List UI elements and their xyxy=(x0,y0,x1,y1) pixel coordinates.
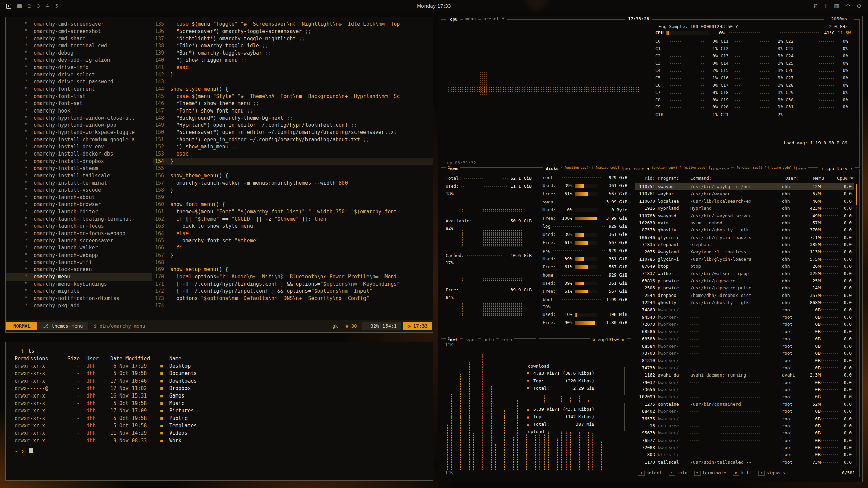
workspace-app-icon[interactable] xyxy=(17,4,22,8)
directory-name[interactable]: Documents xyxy=(169,370,197,377)
file-explorer[interactable]: *omarchy-cmd-screensaver*omarchy-cmd-scr… xyxy=(6,21,152,319)
workspace-2[interactable]: 2 xyxy=(28,3,31,9)
process-row[interactable]: 87649btopbtopdhh26M0.0 xyxy=(635,263,854,270)
network-arrows-icon[interactable]: ⇵ xyxy=(813,3,818,9)
col-memory[interactable]: MemB xyxy=(805,174,824,182)
file-list-item[interactable]: *omarchy-install-steam xyxy=(6,165,152,172)
process-row[interactable]: 63816pipewire/usr/bin/pipewiredhh25M0.0 xyxy=(635,277,854,284)
file-list-item[interactable]: *omarchy-font-set xyxy=(6,100,152,107)
file-list-item[interactable]: *omarchy-cmd-terminal-cwd xyxy=(6,42,152,49)
tab-tree[interactable]: function sup() { [native code] }tree xyxy=(734,166,808,171)
tab-sync[interactable]: sync xyxy=(463,337,478,342)
system-tray[interactable]: ⇵ᛒ▥◠⊙ xyxy=(726,3,868,9)
file-list-item[interactable]: *omarchy-install-tailscale xyxy=(6,172,152,179)
file-list-item[interactable]: *omarchy-debug xyxy=(6,49,152,57)
file-list-item[interactable]: *omarchy-launch-browser xyxy=(6,201,152,208)
process-row[interactable]: 68583kworker/root0B0.0 xyxy=(635,335,854,342)
process-row[interactable]: 102099kworker/root0B0.0 xyxy=(635,393,854,400)
process-row[interactable]: 12244ghostty/usr/bin/ghostty --gtk-dhh86… xyxy=(635,299,854,306)
neovim-window[interactable]: *omarchy-cmd-screensaver*omarchy-cmd-scr… xyxy=(5,17,433,333)
process-row[interactable]: 73703kworker/root0B0.0 xyxy=(635,350,854,357)
process-row[interactable]: 81310kworker/root0B0.0 xyxy=(635,357,854,364)
col-program[interactable]: Program: xyxy=(658,174,690,182)
network-panel-tabs[interactable]: 3netsyncautozero xyxy=(446,337,514,342)
process-row[interactable]: 110761waybar/usr/bin/waybardhh67M0.0 xyxy=(635,190,854,197)
col-cpu[interactable]: Cpu% ⏷ xyxy=(824,174,856,182)
file-list-item[interactable]: *omarchy-drive-select xyxy=(6,71,152,78)
wifi-icon[interactable]: ◠ xyxy=(846,3,850,9)
tab-menu[interactable]: menu xyxy=(463,16,478,22)
file-list-item[interactable]: *omarchy-launch-floating-terminal- xyxy=(6,216,152,223)
process-table-header[interactable]: Pid: Program: Command: User: MemB Cpu% ⏷ xyxy=(634,174,859,182)
directory-name[interactable]: Music xyxy=(169,400,184,407)
tab-per-core[interactable]: function sup() { [native code] }per-core xyxy=(562,166,647,171)
file-list-item[interactable]: *omarchy-lock-screen xyxy=(6,266,152,273)
process-scrollbar[interactable] xyxy=(856,184,857,466)
file-list-item[interactable]: *omarchy-launch-screensaver xyxy=(6,237,152,244)
directory-name[interactable]: Downloads xyxy=(169,377,197,385)
process-row[interactable]: 1275containe/usr/bin/containerdroot52M0.… xyxy=(635,401,854,408)
footer-action-info[interactable]: iinfo xyxy=(669,470,688,475)
file-list-item[interactable]: *omarchy-drive-info xyxy=(6,64,152,71)
terminal-window[interactable]: ~ ❯ ls PermissionsSizeUserDate ModifiedN… xyxy=(5,342,433,481)
tab-preset-[interactable]: preset * xyxy=(481,16,507,22)
process-row[interactable]: 72088kworker/root0B0.0 xyxy=(635,444,854,451)
workspace-switcher[interactable]: 2345 xyxy=(0,3,142,9)
tab-disks[interactable]: disks xyxy=(543,166,561,171)
file-list-item[interactable]: *omarchy-launch-or-focus xyxy=(6,223,152,230)
col-user[interactable]: User: xyxy=(785,174,805,182)
tab-mem[interactable]: 2mem xyxy=(446,166,460,171)
file-list-item[interactable]: *omarchy-install-chromium-google-a xyxy=(6,136,152,143)
file-list-item[interactable]: *omarchy-launch-editor xyxy=(6,208,152,216)
file-list-item[interactable]: *omarchy-migrate xyxy=(6,288,152,295)
directory-name[interactable]: Pictures xyxy=(169,407,194,414)
process-row[interactable]: 95673kworker/root0B0.0 xyxy=(635,429,854,436)
process-row[interactable]: 1162avahi-daavahi-daemon: running [avahi… xyxy=(635,371,854,379)
file-list-item[interactable]: *omarchy-drive-set-password xyxy=(6,78,152,85)
process-row[interactable]: 87573ghostty/usr/bin/ghostty --gtk-dhh37… xyxy=(635,226,854,233)
directory-name[interactable]: Public xyxy=(169,414,188,422)
file-list-item[interactable]: *omarchy-dev-add-migration xyxy=(6,57,152,64)
file-list-item[interactable]: *omarchy-hyprland-workspace-toggle xyxy=(6,129,152,136)
file-list-item[interactable]: *omarchy-install-dev-env xyxy=(6,143,152,150)
file-list-item[interactable]: *omarchy-hook xyxy=(6,107,152,115)
process-row[interactable]: 94540kworker/root0B0.0 xyxy=(635,313,854,321)
process-row[interactable]: 110785glycin-i/usr/lib/glycin-loadersdhh… xyxy=(635,256,854,263)
directory-name[interactable]: Dropbox xyxy=(169,385,191,392)
file-list-item[interactable]: *omarchy-menu xyxy=(6,273,152,280)
file-list-item[interactable]: *omarchy-cmd-share xyxy=(6,35,152,42)
directory-name[interactable]: Games xyxy=(169,392,184,400)
process-sort-selector[interactable]: ‹ cpu lazy › xyxy=(818,166,855,171)
process-view-tabs[interactable]: function sup() { [native code] }per-core… xyxy=(562,166,808,171)
footer-action-kill[interactable]: kkill xyxy=(733,470,752,475)
scrollbar-thumb[interactable] xyxy=(856,184,857,205)
directory-name[interactable]: Templates xyxy=(169,422,197,429)
file-list-item[interactable]: *omarchy-menu-keybindings xyxy=(6,281,152,288)
update-interval[interactable]: - 2000ms + xyxy=(824,16,854,21)
process-row[interactable]: 110783swayosd-/usr/bin/swayosd-serverdhh… xyxy=(635,212,854,219)
process-row[interactable]: 76577kworker/root0B0.0 xyxy=(635,437,854,444)
tab-cpu[interactable]: 1cpu xyxy=(446,16,460,22)
file-list-item[interactable]: *omarchy-font-list xyxy=(6,93,152,100)
file-list-item[interactable]: *omarchy-hyprland-window-close-all xyxy=(6,115,152,122)
process-row[interactable]: 1170tailscal/usr/sbin/tailscaled --root7… xyxy=(635,459,854,466)
footer-action-select[interactable]: ↕select xyxy=(638,470,662,475)
workspace-1-active-icon[interactable] xyxy=(6,4,11,9)
power-icon[interactable]: ⊙ xyxy=(857,3,861,9)
process-row[interactable]: 803btrfs-trroot0B0.0 xyxy=(635,451,854,458)
process-row[interactable]: 68584kworker/root0B0.0 xyxy=(635,343,854,350)
stats-icon[interactable]: ▥ xyxy=(834,3,839,9)
directory-name[interactable]: Desktop xyxy=(169,362,191,370)
process-row[interactable]: 79032kworker/root0B0.0 xyxy=(635,379,854,386)
workspace-4[interactable]: 4 xyxy=(46,3,49,9)
file-list-item[interactable]: *omarchy-cmd-screensaver xyxy=(6,21,152,28)
network-interface-selector[interactable]: b enp191s0 n xyxy=(590,337,627,342)
file-list-item[interactable]: *omarchy-launch-wifi xyxy=(6,259,152,266)
tab-reverse[interactable]: function sup() { [native code] }reverse xyxy=(649,166,731,171)
tab-net[interactable]: 3net xyxy=(446,337,460,342)
workspace-3[interactable]: 3 xyxy=(37,3,40,9)
memory-panel-tabs[interactable]: 2mem xyxy=(446,166,460,171)
process-row[interactable]: 2506pipewire/usr/bin/pipewire-pulsedhh14… xyxy=(635,284,854,291)
process-row[interactable]: 71837walker/usr/bin/walker --gappldhh325… xyxy=(635,270,854,277)
file-list-item[interactable]: *omarchy-install-docker-dbs xyxy=(6,150,152,158)
